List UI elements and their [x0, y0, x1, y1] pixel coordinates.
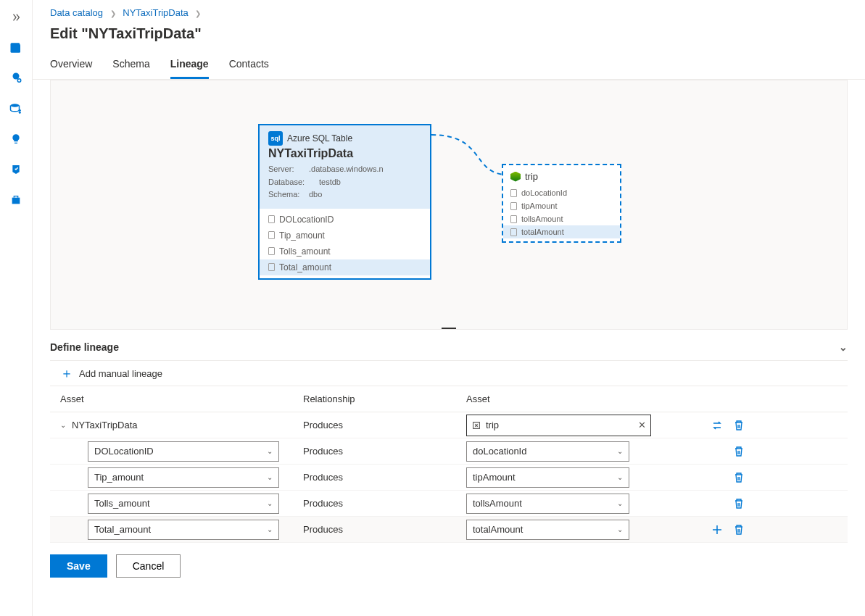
- svg-point-2: [11, 104, 20, 107]
- column-item[interactable]: Tip_amount: [260, 228, 430, 244]
- chevron-down-icon: ⌄: [267, 525, 273, 533]
- column-item[interactable]: tipAmount: [503, 199, 620, 212]
- column-item[interactable]: totalAmount: [503, 225, 620, 238]
- left-nav-rail: [0, 0, 33, 616]
- resize-handle[interactable]: [442, 328, 456, 330]
- connector-line: [51, 80, 847, 329]
- col-header-asset: Asset: [466, 394, 698, 404]
- chevron-down-icon: ⌄: [267, 499, 273, 507]
- asset-select[interactable]: DOLocationID⌄: [88, 441, 279, 462]
- chevron-down-icon: ⌄: [267, 447, 273, 455]
- svg-point-4: [19, 112, 21, 114]
- target-select[interactable]: totalAmount⌄: [466, 520, 629, 540]
- save-button[interactable]: Save: [50, 554, 107, 578]
- delete-icon[interactable]: [733, 446, 745, 457]
- search-icon: [471, 420, 481, 430]
- page-title: Edit "NYTaxiTripData": [33, 22, 865, 58]
- target-select[interactable]: tipAmount⌄: [466, 467, 629, 488]
- delete-icon[interactable]: [733, 420, 745, 431]
- dataset-icon: [510, 172, 521, 182]
- source-node[interactable]: sqlAzure SQL Table NYTaxiTripData Server…: [258, 124, 431, 280]
- chevron-down-icon: ⌄: [267, 473, 273, 481]
- asset-select[interactable]: Total_amount⌄: [88, 520, 279, 540]
- swap-icon[interactable]: [711, 420, 723, 431]
- tab-schema[interactable]: Schema: [112, 58, 149, 79]
- chevron-down-icon: ⌄: [617, 473, 623, 481]
- tabs: Overview Schema Lineage Contacts: [33, 58, 865, 80]
- chevron-down-icon[interactable]: ⌄: [839, 341, 848, 353]
- target-select[interactable]: doLocationId⌄: [466, 441, 629, 462]
- nav-catalog-icon[interactable]: [7, 39, 25, 57]
- chevron-right-icon: ❯: [106, 9, 120, 17]
- tab-contacts[interactable]: Contacts: [229, 58, 269, 79]
- breadcrumb-item[interactable]: NYTaxiTripData: [123, 7, 189, 18]
- node-type-label: Azure SQL Table: [287, 133, 352, 143]
- chevron-down-icon: ⌄: [617, 499, 623, 507]
- nav-workspace-icon[interactable]: [7, 191, 25, 209]
- cancel-button[interactable]: Cancel: [116, 554, 181, 578]
- plus-icon: ＋: [60, 367, 73, 380]
- chevron-down-icon: ⌄: [617, 447, 623, 455]
- tab-overview[interactable]: Overview: [50, 58, 92, 79]
- clear-icon[interactable]: ✕: [638, 420, 646, 430]
- nav-sources-icon[interactable]: [7, 70, 25, 87]
- lineage-canvas[interactable]: sqlAzure SQL Table NYTaxiTripData Server…: [50, 80, 848, 330]
- tab-lineage[interactable]: Lineage: [170, 58, 209, 79]
- chevron-down-icon: ⌄: [617, 525, 623, 533]
- svg-point-0: [13, 73, 20, 80]
- target-node[interactable]: trip doLocationId tipAmount tollsAmount …: [502, 164, 621, 243]
- delete-icon[interactable]: [733, 498, 745, 509]
- add-icon[interactable]: [711, 524, 723, 536]
- expand-nav-icon[interactable]: [7, 9, 25, 26]
- breadcrumb-root[interactable]: Data catalog: [50, 7, 103, 18]
- delete-icon[interactable]: [733, 472, 745, 483]
- breadcrumb: Data catalog ❯ NYTaxiTripData ❯: [33, 0, 865, 22]
- panel-title: Define lineage: [50, 341, 119, 353]
- chevron-right-icon: ❯: [191, 9, 205, 17]
- target-select[interactable]: tollsAmount⌄: [466, 494, 629, 514]
- asset-search-input[interactable]: trip ✕: [466, 415, 651, 436]
- asset-select[interactable]: Tip_amount⌄: [88, 467, 279, 488]
- col-header-asset: Asset: [60, 394, 303, 404]
- chevron-down-icon[interactable]: ⌄: [60, 421, 66, 429]
- col-header-relationship: Relationship: [303, 394, 466, 404]
- add-manual-lineage-button[interactable]: ＋ Add manual lineage: [50, 361, 848, 386]
- nav-manage-icon[interactable]: [7, 100, 25, 117]
- nav-insights-icon[interactable]: [7, 130, 25, 148]
- column-item[interactable]: Tolls_amount: [260, 244, 430, 259]
- node-title: NYTaxiTripData: [268, 147, 421, 160]
- delete-icon[interactable]: [733, 524, 745, 536]
- column-item[interactable]: Total_amount: [260, 259, 430, 275]
- sql-icon: sql: [268, 131, 283, 146]
- svg-point-3: [19, 109, 21, 112]
- asset-select[interactable]: Tolls_amount⌄: [88, 494, 279, 514]
- column-item[interactable]: doLocationId: [503, 186, 620, 199]
- column-item[interactable]: tollsAmount: [503, 212, 620, 225]
- svg-point-1: [17, 79, 21, 83]
- column-item[interactable]: DOLocationID: [260, 212, 430, 228]
- nav-policy-icon[interactable]: [7, 161, 25, 178]
